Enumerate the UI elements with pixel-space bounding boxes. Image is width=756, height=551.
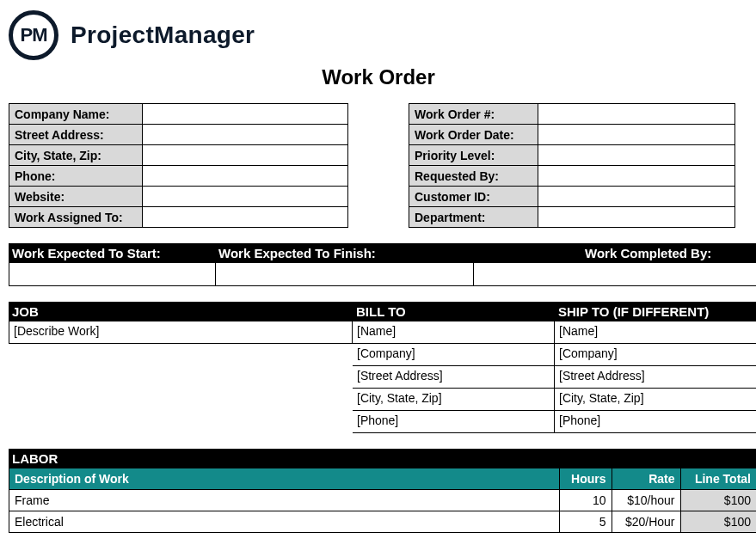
bill-to-street[interactable]: [Street Address] bbox=[353, 366, 555, 389]
assigned-to-label: Work Assigned To: bbox=[9, 207, 143, 228]
work-order-num-value[interactable] bbox=[538, 104, 735, 125]
bill-to-col-header: BILL TO bbox=[353, 302, 555, 321]
labor-row: Frame 10 $10/hour $100 bbox=[9, 490, 757, 511]
city-state-zip-label: City, State, Zip: bbox=[9, 145, 143, 166]
ship-to-city[interactable]: [City, State, Zip] bbox=[555, 389, 756, 411]
customer-id-label: Customer ID: bbox=[409, 187, 538, 207]
labor-table: Description of Work Hours Rate Line Tota… bbox=[9, 468, 756, 533]
labor-rate[interactable]: $20/Hour bbox=[612, 511, 680, 533]
website-label: Website: bbox=[9, 187, 143, 207]
dates-completed-value[interactable] bbox=[474, 263, 756, 285]
labor-col-rate: Rate bbox=[612, 468, 680, 490]
ship-to-company[interactable]: [Company] bbox=[555, 344, 756, 366]
job-description[interactable]: [Describe Work] bbox=[9, 321, 353, 344]
dates-finish-header: Work Expected To Finish: bbox=[215, 243, 473, 263]
dates-finish-value[interactable] bbox=[216, 263, 474, 285]
bill-to-phone[interactable]: [Phone] bbox=[353, 411, 555, 433]
labor-desc[interactable]: Frame bbox=[9, 490, 560, 511]
dates-completed-header: Work Completed By: bbox=[473, 243, 756, 263]
assigned-to-value[interactable] bbox=[143, 207, 348, 228]
labor-row: Electrical 5 $20/Hour $100 bbox=[9, 511, 757, 533]
dates-inputs bbox=[9, 263, 756, 286]
dates-start-value[interactable] bbox=[9, 263, 216, 285]
labor-line-total: $100 bbox=[680, 490, 756, 511]
dates-header: Work Expected To Start: Work Expected To… bbox=[9, 243, 756, 263]
job-body: [Describe Work] [Name] [Company] [Street… bbox=[9, 321, 756, 433]
job-col-header: JOB bbox=[9, 302, 353, 321]
ship-to-street[interactable]: [Street Address] bbox=[555, 366, 756, 389]
customer-id-value[interactable] bbox=[538, 187, 735, 207]
street-address-value[interactable] bbox=[143, 125, 348, 145]
order-info-table: Work Order #: Work Order Date: Priority … bbox=[409, 103, 735, 228]
labor-line-total: $100 bbox=[680, 511, 756, 533]
ship-to-name[interactable]: [Name] bbox=[555, 321, 756, 344]
department-value[interactable] bbox=[538, 207, 735, 228]
labor-col-desc: Description of Work bbox=[9, 468, 560, 490]
job-header: JOB BILL TO SHIP TO (IF DIFFERENT) bbox=[9, 302, 756, 321]
priority-level-label: Priority Level: bbox=[409, 145, 538, 166]
page-title: Work Order bbox=[9, 65, 748, 89]
city-state-zip-value[interactable] bbox=[143, 145, 348, 166]
phone-label: Phone: bbox=[9, 166, 143, 187]
work-order-num-label: Work Order #: bbox=[409, 104, 538, 125]
labor-hours[interactable]: 10 bbox=[560, 490, 612, 511]
bill-to-company[interactable]: [Company] bbox=[353, 344, 555, 366]
work-order-date-value[interactable] bbox=[538, 125, 735, 145]
ship-to-phone[interactable]: [Phone] bbox=[555, 411, 756, 433]
bill-to-city[interactable]: [City, State, Zip] bbox=[353, 389, 555, 411]
company-name-label: Company Name: bbox=[9, 104, 143, 125]
labor-desc[interactable]: Electrical bbox=[9, 511, 560, 533]
labor-section-header: LABOR bbox=[9, 449, 756, 468]
brand-name: ProjectManager bbox=[71, 21, 255, 49]
bill-to-name[interactable]: [Name] bbox=[353, 321, 555, 344]
header: PM ProjectManager bbox=[9, 10, 747, 60]
labor-rate[interactable]: $10/hour bbox=[612, 490, 680, 511]
requested-by-value[interactable] bbox=[538, 166, 735, 187]
work-order-date-label: Work Order Date: bbox=[409, 125, 538, 145]
labor-hours[interactable]: 5 bbox=[560, 511, 612, 533]
website-value[interactable] bbox=[143, 187, 348, 207]
dates-start-header: Work Expected To Start: bbox=[9, 243, 215, 263]
company-info-table: Company Name: Street Address: City, Stat… bbox=[9, 103, 348, 228]
labor-col-hours: Hours bbox=[560, 468, 612, 490]
department-label: Department: bbox=[409, 207, 538, 228]
company-name-value[interactable] bbox=[143, 104, 348, 125]
requested-by-label: Requested By: bbox=[409, 166, 538, 187]
ship-to-col-header: SHIP TO (IF DIFFERENT) bbox=[555, 302, 756, 321]
phone-value[interactable] bbox=[143, 166, 348, 187]
street-address-label: Street Address: bbox=[9, 125, 143, 145]
info-block: Company Name: Street Address: City, Stat… bbox=[9, 103, 747, 228]
priority-level-value[interactable] bbox=[538, 145, 735, 166]
labor-col-total: Line Total bbox=[680, 468, 756, 490]
logo-icon: PM bbox=[9, 10, 58, 60]
